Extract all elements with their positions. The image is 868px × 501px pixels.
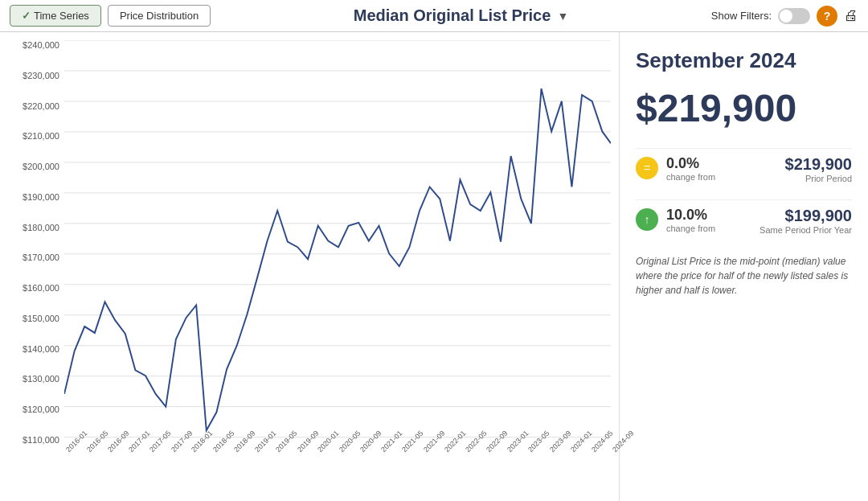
price-chart-line <box>64 88 611 430</box>
chart-area: $240,000 $230,000 $220,000 $210,000 $200… <box>0 32 619 501</box>
stat-period-prior: Prior Period <box>785 174 852 183</box>
y-label: $120,000 <box>23 404 59 414</box>
y-label: $110,000 <box>23 435 59 445</box>
show-filters-label: Show Filters: <box>711 10 772 22</box>
stat-icon-up: ↑ <box>636 208 658 231</box>
main-content: $240,000 $230,000 $220,000 $210,000 $200… <box>0 32 868 501</box>
y-label: $170,000 <box>23 253 59 262</box>
y-label: $240,000 <box>23 40 59 50</box>
stat-value-prior: $219,900 <box>785 155 852 174</box>
price-distribution-tab[interactable]: Price Distribution <box>108 5 211 27</box>
stat-sublabel-year: change from <box>666 224 715 233</box>
description-text: Original List Price is the mid-point (me… <box>636 254 852 298</box>
chart-dropdown-icon[interactable]: ▼ <box>557 10 568 23</box>
y-label: $230,000 <box>23 71 59 80</box>
panel-current-price: $219,900 <box>636 86 852 130</box>
stat-sublabel-prior: change from <box>666 172 715 182</box>
stat-icon-neutral: = <box>636 157 658 179</box>
right-panel: September 2024 $219,900 = 0.0% change fr… <box>619 32 868 501</box>
stat-row-prior-period: = 0.0% change from $219,900 Prior Period <box>636 148 852 190</box>
print-button[interactable]: 🖨 <box>844 7 858 24</box>
stat-value-col-prior: $219,900 Prior Period <box>785 155 852 183</box>
stat-period-year: Same Period Prior Year <box>760 225 852 235</box>
stat-pct-prior: 0.0% <box>666 155 699 172</box>
toolbar: Time Series Price Distribution Median Or… <box>0 0 868 32</box>
x-axis: 2016-01 2016-05 2016-09 2017-01 2017-05 … <box>64 445 611 477</box>
y-label: $180,000 <box>23 223 59 232</box>
chart-title-text: Median Original List Price <box>354 6 551 25</box>
show-filters-toggle[interactable] <box>778 8 810 24</box>
chart-title: Median Original List Price ▼ <box>217 6 705 25</box>
stat-pct-year: 10.0% <box>666 207 707 224</box>
stat-value-year: $199,900 <box>760 207 852 225</box>
time-series-tab[interactable]: Time Series <box>10 5 101 27</box>
y-label: $210,000 <box>23 131 59 141</box>
y-axis: $240,000 $230,000 $220,000 $210,000 $200… <box>8 40 64 445</box>
y-label: $190,000 <box>23 192 59 202</box>
line-chart-svg <box>64 40 611 445</box>
y-label: $140,000 <box>23 344 59 354</box>
chart-svg-container <box>64 40 611 445</box>
help-button[interactable]: ? <box>817 6 837 27</box>
y-label: $220,000 <box>23 101 59 111</box>
y-label: $200,000 <box>23 162 59 171</box>
stat-change-year: 10.0% change from <box>666 207 715 233</box>
stat-value-col-year: $199,900 Same Period Prior Year <box>760 207 852 235</box>
stat-change-prior: 0.0% change from <box>666 155 715 182</box>
chart-wrapper: $240,000 $230,000 $220,000 $210,000 $200… <box>8 40 611 477</box>
panel-month: September 2024 <box>636 48 852 73</box>
y-label: $130,000 <box>23 374 59 384</box>
y-label: $150,000 <box>23 314 59 323</box>
y-label: $160,000 <box>23 283 59 293</box>
stat-row-prior-year: ↑ 10.0% change from $199,900 Same Period… <box>636 199 852 241</box>
